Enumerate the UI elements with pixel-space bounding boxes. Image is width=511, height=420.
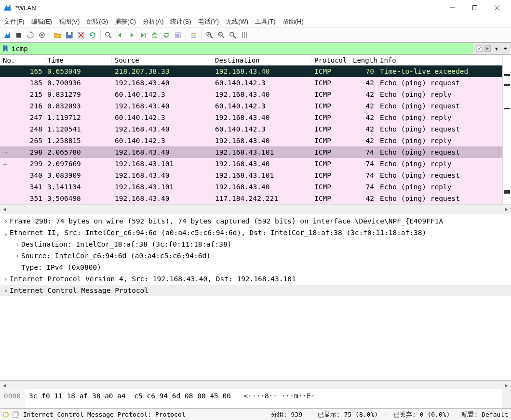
svg-line-25: [210, 36, 213, 38]
menu-go[interactable]: 跳转(G): [86, 17, 108, 26]
display-filter-input[interactable]: [11, 44, 473, 53]
menu-tools[interactable]: 工具(T): [255, 17, 276, 26]
find-icon[interactable]: [103, 30, 114, 40]
window-title: *WLAN: [15, 4, 442, 12]
tree-caret-icon[interactable]: ›: [2, 285, 10, 296]
svg-rect-40: [13, 413, 18, 418]
svg-rect-14: [145, 33, 146, 38]
save-file-icon[interactable]: [64, 30, 75, 40]
menu-edit[interactable]: 编辑(E): [31, 17, 52, 26]
menu-telephony[interactable]: 电话(Y): [198, 17, 219, 26]
svg-rect-22: [191, 35, 196, 36]
auto-scroll-icon[interactable]: [173, 30, 183, 40]
hex-pane[interactable]: 0000 3c f0 11 18 af 38 a0 a4 c5 c6 94 6d…: [0, 389, 511, 408]
hex-bytes: 3c f0 11 18 af 38 a0 a4 c5 c6 94 6d 08 0…: [25, 389, 502, 408]
first-packet-icon[interactable]: [149, 30, 160, 40]
svg-rect-4: [16, 33, 21, 38]
start-capture-icon[interactable]: [2, 30, 13, 40]
apply-filter-icon[interactable]: [484, 45, 492, 52]
toolbar: [0, 28, 511, 42]
packet-row[interactable]: 3403.083909192.168.43.40192.168.43.101IC…: [0, 170, 502, 181]
expert-info-icon[interactable]: [3, 412, 9, 418]
detail-row[interactable]: ›Source: IntelCor_c6:94:6d (a0:a4:c5:c6:…: [0, 250, 511, 262]
svg-rect-1: [473, 6, 477, 10]
go-forward-icon[interactable]: [126, 30, 137, 40]
packet-row[interactable]: 2651.25881560.140.142.3192.168.43.40ICMP…: [0, 135, 502, 146]
col-protocol[interactable]: Protocol: [311, 55, 350, 65]
annotation-icon[interactable]: [13, 411, 19, 418]
svg-line-32: [233, 36, 236, 38]
add-filter-icon[interactable]: +: [501, 45, 509, 52]
zoom-out-icon[interactable]: [216, 30, 227, 40]
detail-row[interactable]: Type: IPv4 (0x0800): [0, 262, 511, 273]
go-to-packet-icon[interactable]: [138, 30, 148, 40]
packet-row[interactable]: 2481.120541192.168.43.4060.140.142.3ICMP…: [0, 123, 502, 135]
menu-view[interactable]: 视图(V): [59, 17, 80, 26]
tree-caret-icon[interactable]: ›: [2, 273, 10, 285]
bookmark-icon[interactable]: [0, 45, 11, 52]
menu-bar: 文件(F) 编辑(E) 视图(V) 跳转(G) 捕获(C) 分析(A) 统计(S…: [0, 15, 511, 28]
detail-row[interactable]: ›Internet Control Message Protocol: [0, 285, 511, 296]
zoom-reset-icon[interactable]: [228, 30, 238, 40]
detail-row[interactable]: ›Frame 298: 74 bytes on wire (592 bits),…: [0, 215, 511, 227]
tree-caret-icon[interactable]: ›: [13, 250, 21, 262]
minimize-button[interactable]: [442, 0, 464, 15]
detail-text: Source: IntelCor_c6:94:6d (a0:a4:c5:c6:9…: [21, 250, 211, 262]
col-no[interactable]: No.: [0, 55, 44, 65]
packet-row[interactable]: 2160.832093192.168.43.4060.140.142.3ICMP…: [0, 100, 502, 112]
menu-statistics[interactable]: 统计(S): [170, 17, 191, 26]
packet-list-body[interactable]: 1650.653049218.207.38.33192.168.43.40ICM…: [0, 66, 502, 204]
wireshark-icon: [3, 3, 12, 12]
detail-row[interactable]: ›Internet Protocol Version 4, Src: 192.1…: [0, 273, 511, 285]
packet-row[interactable]: →2982.065780192.168.43.40192.168.43.101I…: [0, 146, 502, 158]
filter-bar: ▾ +: [0, 42, 511, 55]
status-field: Internet Control Message Protocol: Proto…: [23, 411, 186, 418]
packet-row[interactable]: 3413.141134192.168.43.101192.168.43.40IC…: [0, 181, 502, 193]
resize-columns-icon[interactable]: [239, 30, 250, 40]
close-button[interactable]: [486, 0, 508, 15]
maximize-button[interactable]: [464, 0, 486, 15]
last-packet-icon[interactable]: [161, 30, 172, 40]
packet-row[interactable]: 1650.653049218.207.38.33192.168.43.40ICM…: [0, 66, 502, 77]
packet-row[interactable]: ←2992.097669192.168.43.101192.168.43.40I…: [0, 158, 502, 170]
colorize-icon[interactable]: [188, 30, 199, 40]
packet-row[interactable]: 1850.700936192.168.43.4060.140.142.3ICMP…: [0, 77, 502, 89]
col-time[interactable]: Time: [44, 55, 112, 65]
details-hscroll[interactable]: ◂▸: [0, 381, 511, 389]
close-file-icon[interactable]: [76, 30, 86, 40]
svg-rect-23: [191, 37, 196, 38]
packet-list-hscroll[interactable]: ◂▸: [0, 204, 511, 213]
packet-row[interactable]: 2150.83127960.140.142.3192.168.43.40ICMP…: [0, 89, 502, 100]
row-arrow-icon: →: [0, 148, 11, 156]
col-source[interactable]: Source: [112, 55, 212, 65]
hex-vscroll[interactable]: [502, 389, 511, 408]
zoom-in-icon[interactable]: [204, 30, 215, 40]
packet-row[interactable]: 2471.11971260.140.142.3192.168.43.40ICMP…: [0, 112, 502, 123]
menu-analyze[interactable]: 分析(A): [143, 17, 163, 26]
packet-minimap[interactable]: [502, 55, 511, 204]
filter-dropdown-icon[interactable]: ▾: [493, 45, 500, 52]
tree-caret-icon[interactable]: ›: [13, 238, 21, 250]
menu-capture[interactable]: 捕获(C): [115, 17, 136, 26]
svg-point-12: [106, 32, 109, 36]
status-profile-label: 配置:: [461, 410, 478, 419]
open-file-icon[interactable]: [53, 30, 63, 40]
capture-options-icon[interactable]: [37, 30, 47, 40]
packet-row[interactable]: 3513.506498192.168.43.40117.184.242.221I…: [0, 193, 502, 204]
menu-help[interactable]: 帮助(H): [282, 17, 304, 26]
clear-filter-icon[interactable]: [475, 45, 483, 52]
menu-file[interactable]: 文件(F): [4, 17, 25, 26]
reload-icon[interactable]: [87, 30, 98, 40]
packet-details-pane[interactable]: ›Frame 298: 74 bytes on wire (592 bits),…: [0, 213, 511, 381]
col-info[interactable]: Info: [377, 55, 502, 65]
col-destination[interactable]: Destination: [212, 55, 311, 65]
go-back-icon[interactable]: [115, 30, 125, 40]
tree-caret-icon[interactable]: ›: [2, 215, 10, 227]
detail-row[interactable]: ⌄Ethernet II, Src: IntelCor_c6:94:6d (a0…: [0, 227, 511, 238]
detail-row[interactable]: ›Destination: IntelCor_18:af:38 (3c:f0:1…: [0, 238, 511, 250]
tree-caret-icon[interactable]: ⌄: [2, 227, 10, 238]
menu-wireless[interactable]: 无线(W): [226, 17, 248, 26]
stop-capture-icon[interactable]: [13, 30, 24, 40]
col-length[interactable]: Length: [350, 55, 377, 65]
restart-capture-icon[interactable]: [25, 30, 36, 40]
